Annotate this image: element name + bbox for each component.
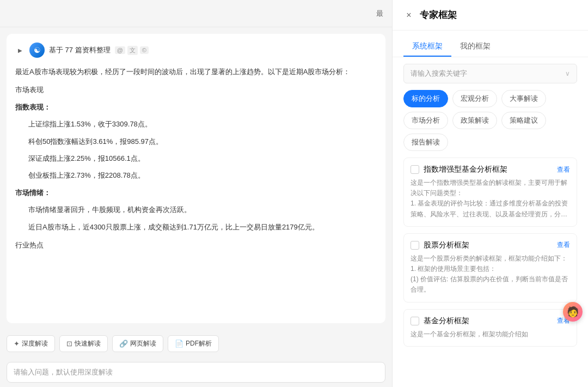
- tag-icons: @ 文 ©: [115, 46, 149, 55]
- tag-copy: ©: [140, 46, 149, 54]
- deep-read-label: 深度解读: [22, 339, 48, 348]
- tabs-row: 系统框架 我的框架: [393, 31, 588, 57]
- framework-card-1-header: 指数增强型基金分析框架 查看: [411, 165, 570, 174]
- web-read-icon: 🔗: [119, 340, 128, 348]
- top-label: 最: [376, 9, 383, 19]
- top-bar: 最: [0, 0, 392, 27]
- pdf-read-button[interactable]: 📄 PDF解析: [168, 335, 219, 352]
- framework-card-2-header: 股票分析框架 查看: [411, 240, 570, 250]
- cat-tag-strategy[interactable]: 策略建议: [501, 112, 546, 129]
- quick-read-icon: ⊡: [66, 340, 72, 348]
- cat-tag-macro[interactable]: 宏观分析: [452, 90, 497, 107]
- subsection-index: 指数表现：: [15, 101, 377, 113]
- avatar-float[interactable]: 🧑: [563, 302, 583, 322]
- tag-at: @: [115, 46, 125, 54]
- web-read-label: 网页解读: [130, 339, 156, 348]
- cat-tag-target[interactable]: 标的分析: [403, 90, 448, 107]
- cat-tag-policy[interactable]: 政策解读: [452, 112, 497, 129]
- right-header: × 专家框架: [393, 0, 588, 31]
- tab-system-framework[interactable]: 系统框架: [403, 37, 451, 57]
- tab-my-framework[interactable]: 我的框架: [451, 37, 499, 57]
- content-area: ☯ 基于 77 篇资料整理 @ 文 © 最近A股市场表现较为积极，经历了一段时间…: [7, 34, 385, 323]
- framework-3-checkbox[interactable]: [411, 317, 419, 325]
- cat-tag-report[interactable]: 报告解读: [403, 134, 448, 151]
- frameworks-list: 指数增强型基金分析框架 查看 这是一个指数增强类型基金的解读框架，主要可用于解决…: [393, 158, 588, 387]
- article-header: ☯ 基于 77 篇资料整理 @ 文 ©: [15, 43, 377, 58]
- framework-2-name: 股票分析框架: [424, 240, 469, 250]
- framework-2-checkbox[interactable]: [411, 241, 419, 250]
- index-item-2: 科创50指数涨幅达到3.61%，报985.97点。: [15, 135, 377, 148]
- category-tags: 标的分析 宏观分析 大事解读 市场分析 政策解读 策略建议 报告解读: [393, 90, 588, 158]
- play-button[interactable]: [15, 45, 25, 55]
- index-item-1: 上证综指上涨1.53%，收于3309.78点。: [15, 118, 377, 130]
- index-item-3: 深证成指上涨2.25%，报10566.1点。: [15, 152, 377, 165]
- panel-title: 专家框架: [420, 9, 457, 21]
- pdf-read-label: PDF解析: [186, 339, 212, 348]
- section-market: 市场表现: [15, 83, 377, 96]
- tag-wen: 文: [127, 46, 138, 55]
- framework-card-1: 指数增强型基金分析框架 查看 这是一个指数增强类型基金的解读框架，主要可用于解决…: [403, 158, 577, 227]
- close-button[interactable]: ×: [403, 10, 414, 21]
- intro-text: 最近A股市场表现较为积极，经历了一段时间的波动后，出现了显著的上涨趋势。以下是近…: [15, 65, 377, 78]
- cat-tag-market[interactable]: 市场分析: [403, 112, 448, 129]
- framework-2-desc: 这是一个股票分析类的解读框架，框架功能介绍如下：1. 框架的使用场景主要包括：(…: [411, 253, 570, 295]
- framework-check-title-3: 基金分析框架: [411, 316, 469, 326]
- deep-read-icon: ✦: [14, 340, 20, 348]
- framework-3-name: 基金分析框架: [424, 316, 469, 326]
- framework-check-title-2: 股票分析框架: [411, 240, 469, 250]
- sentiment-item-1: 市场情绪显著回升，牛股频现，机构资金再次活跃。: [15, 203, 377, 216]
- pdf-read-icon: 📄: [175, 340, 183, 348]
- right-panel: × 专家框架 系统框架 我的框架 请输入搜索关键字 ∨ 标的分析 宏观分析 大事…: [392, 0, 588, 387]
- section-industry: 行业热点: [15, 239, 377, 251]
- framework-check-title-1: 指数增强型基金分析框架: [411, 165, 507, 174]
- framework-1-name: 指数增强型基金分析框架: [424, 165, 507, 174]
- framework-1-view-btn[interactable]: 查看: [557, 165, 570, 174]
- framework-card-3: 基金分析框架 查看 这是一个基金分析框架，框架功能介绍如: [403, 309, 577, 347]
- input-area: 请输入问题，默认使用深度解读: [0, 358, 392, 387]
- left-panel: 最 ☯ 基于 77 篇资料整理 @ 文 © 最近A股市场表现较为积极，经历了一段…: [0, 0, 392, 387]
- search-row: 请输入搜索关键字 ∨: [393, 57, 588, 90]
- content-text: 最近A股市场表现较为积极，经历了一段时间的波动后，出现了显著的上涨趋势。以下是近…: [15, 65, 377, 251]
- index-item-4: 创业板指上涨2.73%，报2208.78点。: [15, 169, 377, 182]
- question-input[interactable]: 请输入问题，默认使用深度解读: [7, 362, 385, 383]
- framework-1-checkbox[interactable]: [411, 165, 419, 174]
- article-title: 基于 77 篇资料整理: [49, 45, 111, 55]
- framework-2-view-btn[interactable]: 查看: [557, 240, 570, 250]
- search-arrow-icon: ∨: [565, 70, 570, 77]
- subsection-sentiment: 市场情绪：: [15, 186, 377, 199]
- input-placeholder: 请输入问题，默认使用深度解读: [14, 367, 113, 377]
- quick-read-button[interactable]: ⊡ 快速解读: [59, 335, 108, 352]
- cat-tag-events[interactable]: 大事解读: [501, 90, 546, 107]
- sentiment-item-2: 近日A股市场上，近4300只股票上涨，成交额达到1.71万亿元，比上一交易日放量…: [15, 221, 377, 233]
- framework-card-2: 股票分析框架 查看 这是一个股票分析类的解读框架，框架功能介绍如下：1. 框架的…: [403, 233, 577, 303]
- framework-1-desc: 这是一个指数增强类型基金的解读框架，主要可用于解决以下问题类型：1. 基金表现的…: [411, 178, 570, 220]
- framework-3-desc: 这是一个基金分析框架，框架功能介绍如: [411, 329, 570, 340]
- logo-icon: ☯: [29, 43, 45, 58]
- quick-read-label: 快速解读: [75, 339, 101, 348]
- search-box[interactable]: 请输入搜索关键字 ∨: [403, 64, 577, 83]
- bottom-toolbar: ✦ 深度解读 ⊡ 快速解读 🔗 网页解读 📄 PDF解析: [0, 330, 392, 358]
- deep-read-button[interactable]: ✦ 深度解读: [7, 335, 55, 352]
- web-read-button[interactable]: 🔗 网页解读: [112, 335, 163, 352]
- framework-card-3-header: 基金分析框架 查看: [411, 316, 570, 326]
- search-placeholder: 请输入搜索关键字: [411, 69, 467, 78]
